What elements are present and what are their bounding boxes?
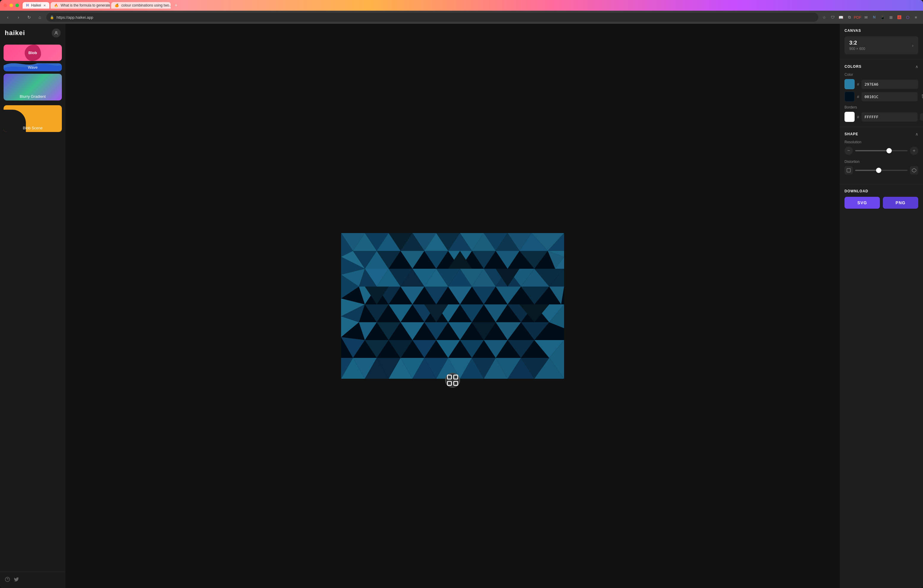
- distortion-slider-track[interactable]: [855, 170, 908, 171]
- mail-icon[interactable]: ✉: [862, 14, 869, 21]
- reader-icon[interactable]: 📖: [838, 14, 844, 21]
- border-value-container: ▲ ▼: [920, 113, 923, 121]
- pip-icon[interactable]: ⧉: [846, 14, 853, 21]
- distortion-icons: [844, 166, 918, 174]
- new-tab-button[interactable]: +: [172, 1, 180, 10]
- tab3-favicon: 🍊: [115, 3, 119, 7]
- resolution-slider-track[interactable]: [855, 150, 908, 151]
- border-color-swatch[interactable]: [844, 112, 855, 122]
- tab2-label: What is the formula to generate...: [61, 3, 110, 7]
- canvas-section: CANVAS 3:2 900 × 600 ›: [840, 24, 923, 59]
- shape-section-header: SHAPE ∧: [844, 132, 918, 136]
- resolution-container: Resolution − +: [844, 140, 918, 155]
- borders-label: Borders: [844, 105, 918, 109]
- menu-icon[interactable]: ≡: [912, 14, 920, 21]
- profile-icon[interactable]: 🅰: [896, 14, 903, 21]
- download-section-title: DOWNLOAD: [844, 189, 868, 193]
- color-input-2[interactable]: [861, 92, 918, 101]
- canvas-ratio: 3:2: [849, 40, 866, 46]
- sidebar-item-blurry-gradient[interactable]: Blurry Gradient: [3, 74, 62, 100]
- tab3-label: colour combinations using two...: [122, 3, 171, 7]
- svg-point-0: [55, 31, 57, 33]
- title-bar: H Haikei ✕ 🔥 What is the formula to gene…: [0, 0, 923, 11]
- home-button[interactable]: ⌂: [36, 13, 44, 21]
- wave-label: Wave: [25, 63, 41, 71]
- forward-button[interactable]: ›: [14, 13, 23, 21]
- canvas-size: 900 × 600: [849, 47, 866, 51]
- resolution-label: Resolution: [844, 140, 918, 144]
- color-input-1[interactable]: [861, 80, 918, 89]
- svg-rect-125: [448, 381, 452, 385]
- nav-right-icons: ☆ 🛡 📖 ⧉ PDF ✉ N 📱 ⊞ 🅰 ⬡ ≡: [821, 14, 920, 21]
- back-button[interactable]: ‹: [3, 13, 12, 21]
- svg-rect-123: [448, 375, 452, 379]
- sidebar-item-blob[interactable]: Blob: [3, 44, 62, 61]
- url-text: https://app.haikei.app: [56, 15, 94, 20]
- shape-section: SHAPE ∧ Resolution − +: [840, 127, 923, 184]
- tab2-favicon: 🔥: [54, 3, 58, 7]
- address-bar[interactable]: 🔒 https://app.haikei.app: [46, 13, 818, 22]
- canvas-info[interactable]: 3:2 900 × 600 ›: [844, 36, 918, 54]
- distortion-polygon-icon[interactable]: [910, 166, 918, 174]
- extension-icon[interactable]: ⬡: [904, 14, 911, 21]
- close-button[interactable]: [3, 3, 7, 7]
- lock-icon: 🔒: [50, 15, 54, 19]
- traffic-lights: [3, 3, 19, 7]
- pdf-icon[interactable]: PDF: [854, 14, 861, 21]
- color-swatch-1[interactable]: [844, 79, 855, 89]
- app-logo: haikei: [5, 29, 25, 37]
- sidebar: haikei Blob: [0, 24, 66, 588]
- svg-download-button[interactable]: SVG: [844, 197, 880, 209]
- blob-scene-label: Blob Scene: [3, 124, 62, 132]
- sidebar-item-blob-scene[interactable]: Blob Scene: [3, 105, 62, 132]
- download-buttons: SVG PNG: [844, 197, 918, 209]
- minimize-button[interactable]: [10, 3, 13, 7]
- mobile-icon[interactable]: 📱: [879, 14, 886, 21]
- canvas-action-button[interactable]: [445, 373, 460, 388]
- color-row-1: #: [844, 79, 918, 89]
- tab-formula[interactable]: 🔥 What is the formula to generate... ✕: [51, 2, 110, 8]
- shape-toggle-icon[interactable]: ∧: [915, 132, 918, 136]
- colors-section-header: COLORS ∧: [844, 64, 918, 69]
- canvas-area: [66, 24, 840, 588]
- tab-colour[interactable]: 🍊 colour combinations using two... ✕: [111, 2, 171, 8]
- svg-rect-124: [454, 375, 458, 379]
- help-icon[interactable]: [5, 577, 10, 583]
- browser-window: H Haikei ✕ 🔥 What is the formula to gene…: [0, 0, 923, 588]
- nav-bar: ‹ › ↻ ⌂ 🔒 https://app.haikei.app ☆ 🛡 📖 ⧉…: [0, 11, 923, 24]
- resolution-increase-button[interactable]: +: [910, 146, 918, 155]
- blurry-gradient-label: Blurry Gradient: [3, 92, 62, 100]
- grid-icon[interactable]: ⊞: [887, 14, 895, 21]
- distortion-square-icon[interactable]: [844, 166, 853, 174]
- nord-icon[interactable]: N: [870, 14, 878, 21]
- border-row: # ▲ ▼: [844, 112, 918, 122]
- color-swatch-2[interactable]: [844, 92, 855, 102]
- border-color-input[interactable]: [861, 112, 918, 122]
- color-delete-icon[interactable]: [920, 92, 923, 101]
- canvas-svg: [341, 233, 564, 379]
- svg-marker-128: [912, 168, 916, 172]
- tab-close-icon[interactable]: ✕: [43, 4, 46, 7]
- color-label: Color: [844, 72, 918, 77]
- bookmark-icon[interactable]: ☆: [821, 14, 828, 21]
- refresh-button[interactable]: ↻: [25, 13, 33, 21]
- colors-section-title: COLORS: [844, 64, 861, 69]
- maximize-button[interactable]: [15, 3, 19, 7]
- color-hash-1: #: [857, 82, 859, 87]
- sidebar-items: Blob Wave: [0, 42, 66, 572]
- shield-icon[interactable]: 🛡: [829, 14, 836, 21]
- user-profile-button[interactable]: [52, 28, 61, 38]
- sidebar-item-wave[interactable]: Wave: [3, 63, 62, 71]
- resolution-decrease-button[interactable]: −: [844, 146, 853, 155]
- canvas-details: 3:2 900 × 600: [849, 40, 866, 51]
- shape-section-title: SHAPE: [844, 132, 858, 136]
- colors-toggle-icon[interactable]: ∧: [915, 64, 918, 69]
- png-download-button[interactable]: PNG: [883, 197, 918, 209]
- color-hash-2: #: [857, 95, 859, 99]
- twitter-icon[interactable]: [14, 577, 19, 583]
- resolution-slider-row: − +: [844, 146, 918, 155]
- colors-section: COLORS ∧ Color # #: [840, 59, 923, 127]
- sidebar-header: haikei: [0, 24, 66, 42]
- tab-haikei[interactable]: H Haikei ✕: [23, 2, 49, 8]
- canvas-arrow-icon: ›: [912, 43, 913, 48]
